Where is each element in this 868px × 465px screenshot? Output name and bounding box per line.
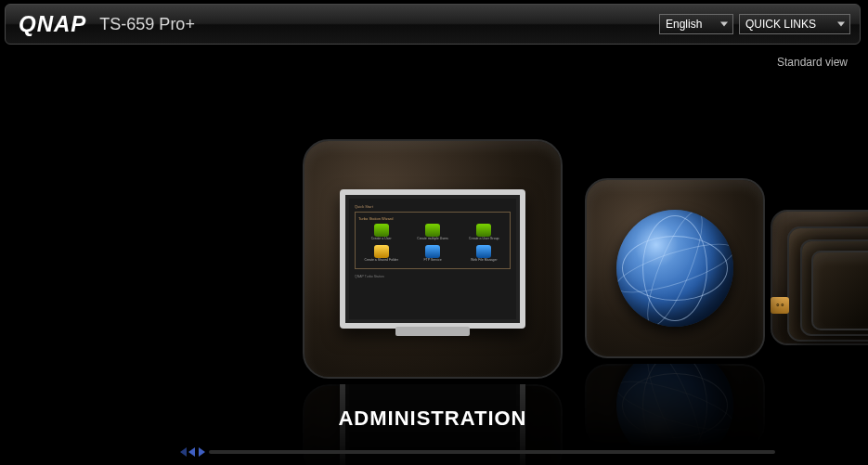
standard-view-link[interactable]: Standard view [777, 56, 848, 69]
language-value: English [666, 18, 702, 31]
screen-item: Web File Manager [461, 259, 507, 263]
scroll-prev-icon[interactable] [188, 447, 195, 457]
quick-links-dropdown[interactable]: QUICK LINKS [739, 14, 850, 34]
screen-footer: QNAP Turbo Station [355, 275, 511, 278]
scroll-track[interactable] [209, 450, 775, 454]
folder-icon: ∘∘ [771, 297, 789, 314]
carousel-tile-back-4[interactable] [811, 251, 868, 330]
header-bar: QNAP TS-659 Pro+ English QUICK LINKS [5, 4, 861, 45]
coverflow-stage: ∘∘ Quick Start Turbo Station Wizard Crea… [0, 139, 868, 399]
scroll-first-icon[interactable] [180, 447, 187, 457]
screen-item: Create a User [358, 238, 404, 241]
carousel-tile-active[interactable]: Quick Start Turbo Station Wizard Create … [303, 139, 563, 379]
brand-text: QNAP [19, 11, 86, 37]
screen-title: Quick Start [355, 204, 511, 209]
model-name: TS-659 Pro+ [99, 15, 195, 34]
monitor-icon: Quick Start Turbo Station Wizard Create … [340, 189, 525, 329]
carousel-tile-next-reflection [585, 364, 765, 447]
scroll-next-icon[interactable] [199, 447, 205, 457]
carousel-tile-next[interactable] [585, 178, 765, 358]
quick-links-value: QUICK LINKS [745, 18, 816, 31]
globe-icon [616, 210, 733, 327]
brand-logo: QNAP [19, 11, 86, 37]
carousel-scrollbar [180, 447, 775, 457]
screen-item: Create a User Group [461, 238, 507, 241]
screen-item: Create a Shared Folder [358, 259, 404, 263]
screen-section: Turbo Station Wizard [358, 216, 507, 221]
screen-item: FTP Service [409, 259, 455, 263]
screen-item: Create multiple Users [409, 238, 455, 241]
carousel-caption: ADMINISTRATION [303, 407, 563, 431]
language-dropdown[interactable]: English [659, 14, 733, 34]
